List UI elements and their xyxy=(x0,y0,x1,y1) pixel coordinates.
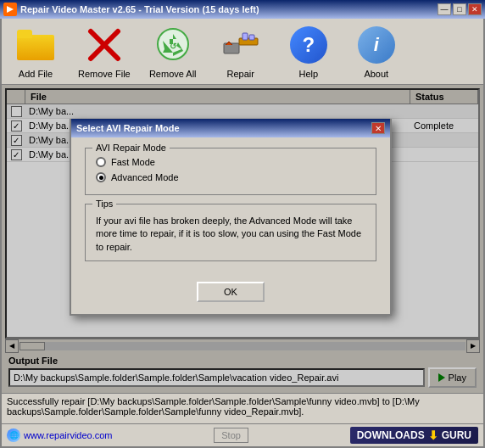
stop-button[interactable]: Stop xyxy=(214,428,248,443)
minimize-button[interactable]: — xyxy=(438,3,451,15)
remove-all-icon: ↺ xyxy=(152,24,194,66)
maximize-button[interactable]: □ xyxy=(453,3,466,15)
repair-tools-icon xyxy=(222,26,259,64)
svg-rect-9 xyxy=(249,35,254,40)
ok-button[interactable]: OK xyxy=(197,282,265,302)
advanced-mode-row[interactable]: Advanced Mode xyxy=(96,172,365,182)
close-button[interactable]: ✕ xyxy=(468,3,482,15)
title-bar-text: Repair Video Master v2.65 - Trial Versio… xyxy=(20,4,434,14)
svg-text:↺: ↺ xyxy=(170,42,177,51)
tips-text: If your avi file has broken deeply, the … xyxy=(96,215,365,254)
badge-suffix: GURU xyxy=(442,429,471,441)
bottom-bar: 🌐 www.repairvideo.com Stop DOWNLOADS ⬇ G… xyxy=(2,423,483,446)
tips-group: Tips If your avi file has broken deeply,… xyxy=(85,204,376,261)
dialog: Select AVI Repair Mode ✕ AVI Repair Mode… xyxy=(70,119,392,316)
dialog-title-bar: Select AVI Repair Mode ✕ xyxy=(71,119,390,137)
mode-options: Fast Mode Advanced Mode xyxy=(96,157,365,182)
about-info-icon: i xyxy=(358,26,395,64)
dialog-close-button[interactable]: ✕ xyxy=(371,122,385,134)
modal-overlay: Select AVI Repair Mode ✕ AVI Repair Mode… xyxy=(2,85,483,393)
toolbar-about[interactable]: i About xyxy=(351,24,402,79)
avi-mode-group-label: AVI Repair Mode xyxy=(92,143,170,153)
about-label: About xyxy=(364,69,388,79)
main-window: Add File Remove File xyxy=(0,19,485,448)
globe-icon: 🌐 xyxy=(7,428,20,442)
svg-rect-8 xyxy=(242,33,248,40)
add-file-label: Add File xyxy=(19,69,53,79)
badge-arrow-icon: ⬇ xyxy=(428,428,438,442)
remove-all-label: Remove All xyxy=(149,69,197,79)
fast-mode-radio[interactable] xyxy=(96,157,106,167)
app-icon xyxy=(3,3,17,16)
toolbar-repair[interactable]: Repair xyxy=(215,24,266,79)
content-area: File Status D:\My ba... ✓ D:\My ba... Co… xyxy=(2,85,483,393)
x-red-icon xyxy=(86,26,123,64)
fast-mode-row[interactable]: Fast Mode xyxy=(96,157,365,167)
toolbar-add-file[interactable]: Add File xyxy=(10,24,61,79)
fast-mode-label: Fast Mode xyxy=(111,157,155,167)
website-link[interactable]: 🌐 www.repairvideo.com xyxy=(7,428,113,442)
help-label: Help xyxy=(298,69,318,79)
repair-icon xyxy=(220,24,262,66)
help-icon-container: ? xyxy=(287,24,330,66)
svg-rect-7 xyxy=(239,38,258,45)
avi-repair-mode-group: AVI Repair Mode Fast Mode Advanced Mode xyxy=(85,148,376,195)
about-icon-container: i xyxy=(355,24,398,66)
add-file-icon xyxy=(14,24,57,66)
dialog-footer: OK xyxy=(71,282,390,314)
badge-text: DOWNLOADS xyxy=(357,429,425,441)
repair-label: Repair xyxy=(227,69,254,79)
dialog-title-text: Select AVI Repair Mode xyxy=(76,123,180,133)
toolbar-remove-all[interactable]: ↺ Remove All xyxy=(148,24,198,79)
toolbar: Add File Remove File xyxy=(2,19,483,85)
title-bar: Repair Video Master v2.65 - Trial Versio… xyxy=(0,0,485,19)
advanced-mode-label: Advanced Mode xyxy=(111,172,179,182)
title-bar-buttons: — □ ✕ xyxy=(438,3,482,15)
remove-file-label: Remove File xyxy=(78,69,131,79)
help-question-icon: ? xyxy=(290,26,327,64)
folder-icon xyxy=(17,30,54,60)
recycle-icon: ↺ xyxy=(156,27,190,63)
status-text: Successfully repair [D:\My backups\Sampl… xyxy=(7,396,420,417)
remove-file-icon xyxy=(83,24,125,66)
toolbar-help[interactable]: ? Help xyxy=(283,24,334,79)
dialog-content: AVI Repair Mode Fast Mode Advanced Mode xyxy=(71,137,390,282)
website-text: www.repairvideo.com xyxy=(24,430,113,440)
status-bar: Successfully repair [D:\My backups\Sampl… xyxy=(2,393,483,423)
downloads-guru-badge: DOWNLOADS ⬇ GURU xyxy=(350,427,478,444)
toolbar-remove-file[interactable]: Remove File xyxy=(78,24,131,79)
tips-group-label: Tips xyxy=(92,199,116,209)
advanced-mode-radio[interactable] xyxy=(96,172,106,182)
